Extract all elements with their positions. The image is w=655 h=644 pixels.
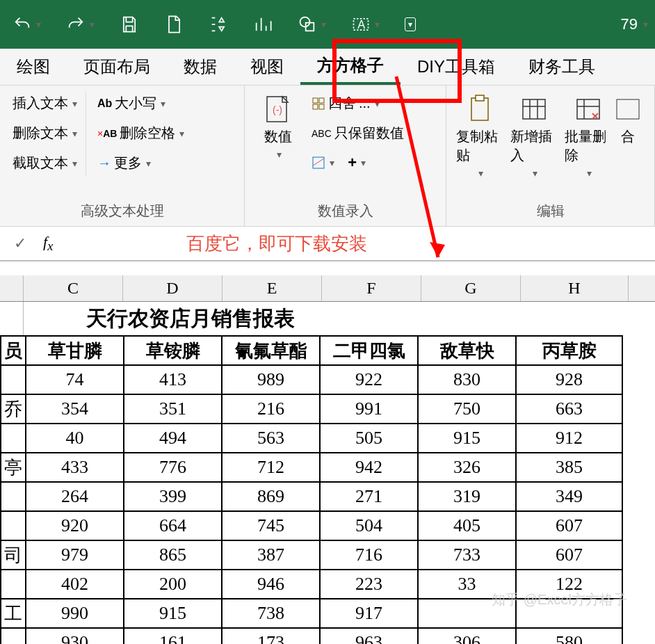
svg-rect-7 (319, 98, 324, 103)
tab-draw[interactable]: 绘图 (0, 49, 67, 85)
tab-data[interactable]: 数据 (167, 49, 234, 85)
copy-paste-button[interactable]: 复制粘贴▾ (455, 91, 505, 182)
zoom-value: 79 (621, 15, 638, 33)
redo-button[interactable]: ▾ (60, 12, 100, 37)
colheader-d[interactable]: D (123, 275, 223, 301)
formula-bar: ✓ fx 百度它，即可下载安装 (0, 227, 655, 261)
table-row[interactable]: 乔354351216991750663 (1, 394, 622, 424)
table-row[interactable]: 40494563505915912 (1, 424, 622, 453)
ribbon-group-value-input: (-) 数值▾ 四舍...▾ ABC 只保留数值 ▾ +▾ 数值录入 (245, 86, 446, 226)
ribbon: 插入文本▾ 删除文本▾ 截取文本▾ Ab 大小写▾ ×AB 删除空格▾ → 更多… (0, 86, 655, 227)
numeric-button[interactable]: (-) 数值▾ (253, 91, 303, 163)
watermark: 知乎 @Excel方方格子 (492, 590, 627, 609)
table-header-row: 员 草甘膦 草铵膦 氰氟草酯 二甲四氯 敌草快 丙草胺 (1, 336, 622, 365)
chart-icon[interactable] (248, 12, 278, 37)
save-icon[interactable] (114, 12, 145, 37)
more-text-button[interactable]: → 更多▾ (93, 151, 188, 175)
svg-rect-8 (313, 104, 318, 109)
round-button[interactable]: 四舍...▾ (307, 91, 408, 115)
ribbon-group-edit: 复制粘贴▾ 新增插入▾ 批量删除▾ 合 编辑 (446, 86, 655, 226)
ribbon-group-text-processing: 插入文本▾ 删除文本▾ 截取文本▾ Ab 大小写▾ ×AB 删除空格▾ → 更多… (0, 86, 245, 226)
delete-spaces-button[interactable]: ×AB 删除空格▾ (93, 121, 188, 145)
keep-values-button[interactable]: ABC 只保留数值 (307, 121, 408, 145)
table-row[interactable]: 930161173963306580 (1, 628, 622, 644)
formula-input[interactable]: 百度它，即可下载安装 (61, 232, 649, 256)
fx-icon[interactable]: fx (35, 233, 61, 254)
sort-icon[interactable] (203, 12, 234, 37)
insert-new-button[interactable]: 新增插入▾ (509, 91, 559, 182)
tab-fangfanggezi[interactable]: 方方格子 (300, 49, 401, 85)
svg-point-0 (300, 17, 310, 27)
table-row[interactable]: 亭433776712942326385 (1, 453, 622, 482)
cancel-icon[interactable]: ✓ (6, 234, 35, 252)
sheet-title: 天行农资店月销售报表 (24, 302, 655, 335)
table-row[interactable]: 司979865387716733607 (1, 540, 622, 570)
table-row[interactable]: 74413989922830928 (1, 365, 622, 394)
svg-rect-11 (471, 98, 488, 120)
textbox-icon[interactable]: A▾ (346, 12, 385, 37)
trim-text-button[interactable]: 截取文本▾ (8, 151, 81, 175)
shape-icon[interactable]: ▾ (292, 12, 332, 37)
svg-rect-10 (313, 157, 324, 168)
svg-rect-9 (319, 104, 324, 109)
colheader-h[interactable]: H (521, 275, 629, 301)
new-file-icon[interactable] (159, 12, 189, 37)
delete-text-button[interactable]: 删除文本▾ (8, 121, 81, 145)
svg-rect-6 (313, 98, 318, 103)
colheader-g[interactable]: G (421, 275, 521, 301)
colheader-f[interactable]: F (322, 275, 421, 301)
merge-button[interactable]: 合 (617, 91, 638, 149)
svg-rect-13 (523, 99, 545, 119)
ribbon-group-label: 编辑 (455, 199, 646, 220)
tab-page-layout[interactable]: 页面布局 (67, 49, 167, 85)
tab-diy-toolbox[interactable]: DIY工具箱 (401, 49, 512, 85)
zoom-selector[interactable]: 79▾ (621, 15, 648, 33)
svg-rect-12 (476, 95, 484, 101)
colheader-corner[interactable] (0, 275, 24, 301)
column-headers: C D E F G H (0, 275, 655, 302)
quick-access-toolbar: ▾ ▾ ▾ A▾ ▾ 79▾ (0, 0, 655, 49)
ribbon-group-label: 高级文本处理 (8, 199, 236, 220)
ribbon-tabs: 绘图 页面布局 数据 视图 方方格子 DIY工具箱 财务工具 (0, 49, 655, 86)
table-row[interactable]: 920664745504405607 (1, 511, 622, 540)
tab-view[interactable]: 视图 (234, 49, 300, 85)
more-icon[interactable]: ▾ (399, 15, 421, 34)
colheader-c[interactable]: C (24, 275, 123, 301)
insert-text-button[interactable]: 插入文本▾ (8, 91, 81, 115)
undo-button[interactable]: ▾ (7, 12, 47, 37)
value-tools-row[interactable]: ▾ +▾ (307, 151, 408, 175)
ribbon-group-label: 数值录入 (253, 199, 437, 220)
case-button[interactable]: Ab 大小写▾ (93, 91, 188, 115)
tab-finance-tools[interactable]: 财务工具 (512, 49, 612, 85)
svg-rect-20 (617, 99, 639, 119)
colheader-e[interactable]: E (223, 275, 322, 301)
svg-text:(-): (-) (273, 104, 282, 115)
svg-text:A: A (357, 18, 365, 31)
table-row[interactable]: 264399869271319349 (1, 482, 622, 511)
batch-delete-button[interactable]: 批量删除▾ (563, 91, 613, 182)
